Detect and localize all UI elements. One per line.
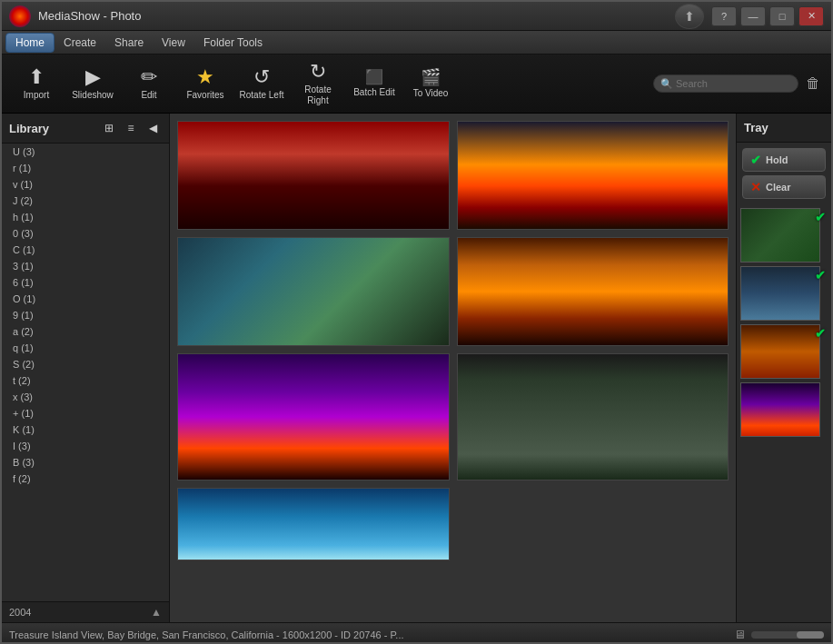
slideshow-label: Slideshow — [72, 90, 114, 101]
library-item[interactable]: K (1) — [2, 421, 169, 438]
photo-thumbnail[interactable] — [177, 121, 450, 230]
favorites-label: Favorites — [186, 90, 223, 101]
status-text: Treasure Island View, Bay Bridge, San Fr… — [9, 629, 727, 640]
library-item[interactable]: S (2) — [2, 356, 169, 372]
library-item[interactable]: I (3) — [2, 438, 169, 454]
sidebar-scroll[interactable]: U (3) r (1) v (1) J (2) h (1) 0 (3) C (1… — [2, 144, 169, 601]
rotate-right-button[interactable]: ↻ Rotate Right — [291, 57, 345, 110]
rotate-right-icon: ↻ — [310, 62, 326, 82]
close-button[interactable]: ✕ — [798, 6, 824, 26]
library-item[interactable]: B (3) — [2, 454, 169, 471]
tray-header: Tray — [737, 114, 831, 143]
update-icon: ⬆ — [684, 9, 695, 24]
scroll-up[interactable]: ▲ — [151, 606, 162, 619]
update-button[interactable]: ⬆ — [675, 4, 704, 29]
monitor-icon[interactable]: 🖥 — [734, 628, 746, 641]
search-input[interactable] — [653, 74, 798, 93]
slideshow-button[interactable]: ▶ Slideshow — [65, 57, 120, 110]
tray-item[interactable] — [740, 382, 828, 437]
library-grid-view[interactable]: ⊞ — [100, 119, 118, 137]
import-label: Import — [24, 90, 49, 101]
help-button[interactable]: ? — [711, 6, 737, 26]
tray-items: ✔ ✔ ✔ — [737, 204, 831, 622]
library-header: Library ⊞ ≡ ◀ — [2, 114, 169, 144]
menu-create[interactable]: Create — [55, 34, 105, 52]
library-item[interactable]: r (1) — [2, 160, 169, 176]
photo-grid[interactable] — [170, 114, 736, 622]
tray-item[interactable]: ✔ — [740, 208, 828, 263]
hold-label: Hold — [766, 154, 788, 165]
tray-check-badge: ✔ — [815, 210, 826, 224]
library-item[interactable]: U (3) — [2, 144, 169, 160]
search-icon: 🔍 — [660, 78, 673, 90]
tray-item[interactable]: ✔ — [740, 324, 828, 379]
library-item[interactable]: t (2) — [2, 372, 169, 389]
delete-button[interactable]: 🗑 — [802, 72, 824, 95]
minimize-button[interactable]: — — [740, 6, 766, 26]
library-item[interactable]: O (1) — [2, 291, 169, 307]
edit-label: Edit — [141, 90, 156, 101]
library-item[interactable]: 6 (1) — [2, 274, 169, 291]
rotate-left-label: Rotate Left — [240, 90, 284, 101]
clear-label: Clear — [766, 182, 791, 193]
library-item[interactable]: + (1) — [2, 405, 169, 421]
library-title: Library — [9, 122, 96, 135]
statusbar: Treasure Island View, Bay Bridge, San Fr… — [2, 622, 831, 644]
main-content: Library ⊞ ≡ ◀ U (3) r (1) v (1) J (2) h … — [2, 114, 831, 622]
tray-thumbnail — [740, 208, 820, 263]
photo-thumbnail[interactable] — [457, 353, 729, 481]
app-logo — [9, 5, 31, 27]
search-area: 🔍 🗑 — [653, 72, 824, 95]
photo-thumbnail[interactable] — [177, 353, 450, 481]
sidebar-year: 2004 — [9, 607, 31, 618]
edit-button[interactable]: ✏ Edit — [122, 57, 176, 110]
library-item[interactable]: 0 (3) — [2, 225, 169, 242]
clear-button[interactable]: ✕ Clear — [742, 175, 826, 199]
menu-share[interactable]: Share — [105, 34, 153, 52]
import-button[interactable]: ⬆ Import — [9, 57, 64, 110]
library-item[interactable]: q (1) — [2, 340, 169, 356]
library-item[interactable]: v (1) — [2, 176, 169, 193]
titlebar-controls: ⬆ ? — □ ✕ — [675, 4, 824, 29]
library-item[interactable]: f (2) — [2, 471, 169, 487]
titlebar-title: MediaShow - Photo — [38, 9, 675, 23]
tray-title: Tray — [744, 121, 769, 134]
library-item[interactable]: J (2) — [2, 193, 169, 209]
slideshow-icon: ▶ — [85, 67, 101, 87]
batch-edit-button[interactable]: ⬛ Batch Edit — [347, 57, 402, 110]
maximize-button[interactable]: □ — [769, 6, 795, 26]
library-item[interactable]: C (1) — [2, 242, 169, 258]
favorites-icon: ★ — [196, 67, 214, 87]
check-icon: ✔ — [750, 153, 761, 167]
library-item[interactable]: 3 (1) — [2, 258, 169, 274]
favorites-button[interactable]: ★ Favorites — [178, 57, 233, 110]
scroll-mini[interactable] — [751, 631, 824, 639]
to-video-icon: 🎬 — [421, 69, 441, 85]
library-item[interactable]: h (1) — [2, 209, 169, 225]
batch-edit-icon: ⬛ — [365, 70, 383, 84]
hold-button[interactable]: ✔ Hold — [742, 148, 826, 172]
menu-view[interactable]: View — [153, 34, 194, 52]
rotate-left-button[interactable]: ↺ Rotate Left — [234, 57, 289, 110]
menu-folder-tools[interactable]: Folder Tools — [194, 34, 272, 52]
import-icon: ⬆ — [28, 67, 45, 87]
menu-home[interactable]: Home — [5, 33, 55, 53]
photo-thumbnail[interactable] — [177, 237, 450, 346]
toolbar: ⬆ Import ▶ Slideshow ✏ Edit ★ Favorites … — [2, 54, 831, 114]
library-item[interactable]: a (2) — [2, 323, 169, 340]
photo-thumbnail[interactable] — [177, 488, 450, 560]
library-item[interactable]: 9 (1) — [2, 307, 169, 323]
to-video-label: To Video — [413, 88, 449, 99]
tray-thumbnail — [740, 324, 820, 379]
tray-check-badge: ✔ — [815, 268, 826, 282]
library-list-view[interactable]: ≡ — [122, 119, 140, 137]
to-video-button[interactable]: 🎬 To Video — [403, 57, 458, 110]
scroll-mini-thumb — [797, 631, 824, 639]
sidebar-collapse[interactable]: ◀ — [144, 119, 162, 137]
photo-thumbnail[interactable] — [457, 121, 729, 230]
tray-item[interactable]: ✔ — [740, 266, 828, 321]
rotate-left-icon: ↺ — [253, 67, 270, 87]
photo-thumbnail[interactable] — [457, 237, 729, 346]
library-item[interactable]: x (3) — [2, 389, 169, 405]
batch-edit-label: Batch Edit — [353, 87, 395, 98]
